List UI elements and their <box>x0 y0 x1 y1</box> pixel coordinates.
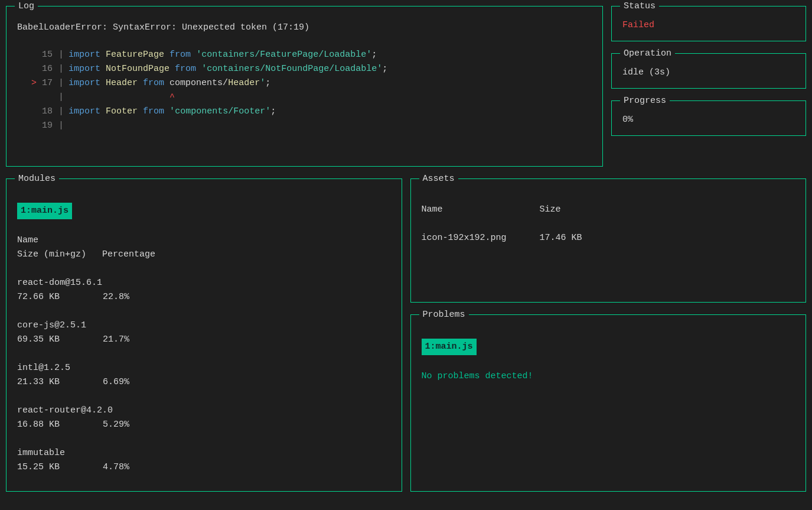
error-header: BabelLoaderError: SyntaxError: Unexpecte… <box>17 21 592 35</box>
error-caret-icon: ^ <box>169 90 175 105</box>
assets-header: NameSize <box>422 203 795 217</box>
modules-header-name: Name <box>17 233 391 248</box>
modules-panel: Modules 1:main.js Name Size (min+gz) Per… <box>6 178 402 492</box>
module-row: react-dom@15.6.172.66 KB22.8% <box>17 262 391 304</box>
code-line-17-error: > 17|import Header from components/Heade… <box>17 76 592 90</box>
problems-badge[interactable]: 1:main.js <box>422 339 477 355</box>
module-row: immutable15.25 KB4.78% <box>17 432 391 475</box>
operation-value: idle (3s) <box>622 66 795 80</box>
asset-row: icon-192x192.png17.46 KB <box>422 231 795 245</box>
status-panel: Status Failed <box>611 6 806 41</box>
assets-title: Assets <box>419 172 458 186</box>
assets-panel: Assets NameSize icon-192x192.png17.46 KB <box>410 178 807 303</box>
progress-title: Progress <box>620 94 670 108</box>
module-row: core-js@2.5.169.35 KB21.7% <box>17 304 391 347</box>
modules-badge[interactable]: 1:main.js <box>17 203 72 219</box>
problems-title: Problems <box>419 308 469 322</box>
code-line-15: 15|import FeaturePage from 'containers/F… <box>17 48 592 62</box>
progress-panel: Progress 0% <box>611 100 806 136</box>
problems-panel: Problems 1:main.js No problems detected! <box>410 314 807 492</box>
code-line-16: 16|import NotFoundPage from 'containers/… <box>17 62 592 76</box>
module-row: intl@1.2.521.33 KB6.69% <box>17 347 391 389</box>
code-line-caret: | ^ <box>17 90 592 105</box>
problems-message: No problems detected! <box>422 369 795 384</box>
operation-title: Operation <box>620 47 675 61</box>
modules-header-row: Size (min+gz) Percentage <box>17 248 391 262</box>
log-title: Log <box>15 0 38 14</box>
module-row: react-router@4.2.016.88 KB5.29% <box>17 389 391 432</box>
progress-value: 0% <box>622 113 795 127</box>
status-title: Status <box>620 0 659 14</box>
code-line-19: 19| <box>17 119 592 133</box>
modules-title: Modules <box>15 172 59 186</box>
status-value: Failed <box>622 18 795 33</box>
code-line-18: 18|import Footer from 'components/Footer… <box>17 105 592 119</box>
log-panel: Log BabelLoaderError: SyntaxError: Unexp… <box>6 6 603 167</box>
operation-panel: Operation idle (3s) <box>611 53 806 89</box>
